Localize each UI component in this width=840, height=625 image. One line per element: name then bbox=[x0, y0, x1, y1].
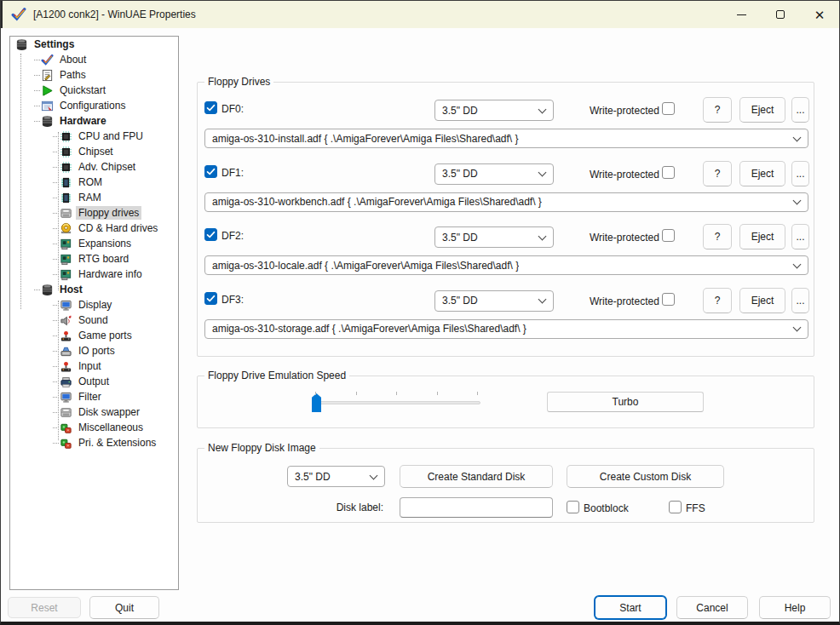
drive-help-button[interactable]: ? bbox=[703, 161, 732, 186]
tree-item-label: Chipset bbox=[76, 145, 116, 158]
drive-type-select[interactable]: 3.5" DD bbox=[434, 290, 554, 312]
write-protected-label: Write-protected bbox=[590, 169, 659, 181]
disk-label-input[interactable] bbox=[400, 497, 553, 518]
tree-item-ram[interactable]: RAM bbox=[10, 190, 178, 205]
tree-item-label: Hardware info bbox=[76, 267, 145, 281]
write-protected-label: Write-protected bbox=[590, 295, 659, 307]
disk-image-combo[interactable]: amiga-os-310-workbench.adf { .\AmigaFore… bbox=[204, 192, 808, 212]
drive-help-button[interactable]: ? bbox=[703, 97, 732, 123]
quit-button[interactable]: Quit bbox=[89, 596, 159, 619]
browse-button[interactable]: ... bbox=[791, 161, 809, 186]
chip-icon bbox=[60, 146, 72, 158]
disk-image-value: amiga-os-310-storage.adf { .\AmigaForeve… bbox=[212, 323, 526, 335]
tree-item-label: RAM bbox=[76, 191, 104, 204]
start-button[interactable]: Start bbox=[595, 596, 666, 619]
drive-enabled-checkbox[interactable] bbox=[204, 292, 217, 305]
ffs-checkbox[interactable] bbox=[669, 501, 682, 513]
eject-button[interactable]: Eject bbox=[739, 224, 785, 249]
tree-item-sound[interactable]: Sound bbox=[10, 312, 178, 328]
create-custom-disk-button[interactable]: Create Custom Disk bbox=[567, 465, 724, 488]
drive-type-select[interactable]: 3.5" DD bbox=[434, 226, 554, 248]
tree-item-cpu-and-fpu[interactable]: CPU and FPU bbox=[10, 129, 178, 144]
minimize-button[interactable] bbox=[722, 1, 761, 28]
new-disk-type-select[interactable]: 3.5" DD bbox=[287, 466, 385, 487]
drive-type-value: 3.5" DD bbox=[442, 105, 478, 117]
tree-item-disk-swapper[interactable]: Disk swapper bbox=[10, 404, 178, 420]
tree-connector bbox=[34, 106, 40, 106]
drive-type-value: 3.5" DD bbox=[442, 168, 478, 180]
drive-enabled-checkbox[interactable] bbox=[204, 165, 217, 178]
tree-item-pri-extensions[interactable]: Pri. & Extensions bbox=[10, 435, 178, 450]
slider-thumb[interactable] bbox=[312, 393, 321, 412]
monitor-icon bbox=[60, 299, 72, 312]
eject-button[interactable]: Eject bbox=[739, 161, 785, 186]
chevron-down-icon bbox=[538, 105, 547, 113]
tree-item-label: Hardware bbox=[57, 114, 109, 128]
tree-item-rom[interactable]: ROM bbox=[10, 175, 178, 190]
close-button[interactable]: ✕ bbox=[800, 1, 839, 28]
bootblock-checkbox[interactable] bbox=[567, 501, 579, 513]
tree-item-label: IO ports bbox=[76, 344, 118, 358]
disk-image-combo[interactable]: amiga-os-310-storage.adf { .\AmigaForeve… bbox=[204, 319, 808, 339]
write-protected-checkbox[interactable] bbox=[662, 166, 675, 179]
tree-item-label: Filter bbox=[76, 390, 104, 404]
tree-item-about[interactable]: About bbox=[10, 52, 178, 67]
tree-item-hardware[interactable]: Hardware bbox=[10, 113, 178, 129]
tree-item-rtg-board[interactable]: RTG board bbox=[10, 251, 178, 267]
disk-image-value: amiga-os-310-install.adf { .\AmigaForeve… bbox=[212, 133, 519, 145]
help-button[interactable]: Help bbox=[759, 596, 831, 619]
browse-button[interactable]: ... bbox=[791, 224, 809, 249]
write-protected-checkbox[interactable] bbox=[662, 229, 675, 242]
tree-item-cd-hard-drives[interactable]: CD & Hard drives bbox=[10, 221, 178, 236]
create-standard-disk-button[interactable]: Create Standard Disk bbox=[400, 465, 553, 488]
floppy-drives-group: Floppy Drives DF0: 3.5" DD Write-protect… bbox=[197, 82, 814, 357]
tree-item-label: Expansions bbox=[76, 237, 134, 250]
slider-track[interactable] bbox=[312, 401, 480, 404]
tree-item-io-ports[interactable]: IO ports bbox=[10, 343, 178, 358]
tree-item-chipset[interactable]: Chipset bbox=[10, 144, 178, 159]
tree-item-label: Game ports bbox=[76, 329, 135, 342]
tree-connector bbox=[34, 60, 40, 60]
tree-item-display[interactable]: Display bbox=[10, 297, 178, 312]
expansion-card-icon bbox=[60, 253, 72, 266]
eject-button[interactable]: Eject bbox=[739, 288, 785, 313]
tree-item-adv-chipset[interactable]: Adv. Chipset bbox=[10, 159, 178, 175]
drive-help-button[interactable]: ? bbox=[703, 288, 732, 313]
drive-enabled-checkbox[interactable] bbox=[204, 101, 217, 114]
disk-image-combo[interactable]: amiga-os-310-install.adf { .\AmigaForeve… bbox=[204, 129, 808, 148]
chevron-down-icon bbox=[538, 169, 547, 177]
expansion-card-icon bbox=[60, 238, 72, 250]
drive-enabled-checkbox[interactable] bbox=[204, 228, 217, 241]
tree-item-quickstart[interactable]: Quickstart bbox=[10, 83, 178, 98]
cancel-button[interactable]: Cancel bbox=[676, 596, 748, 619]
tree-item-miscellaneous[interactable]: Miscellaneous bbox=[10, 420, 178, 435]
tree-item-expansions[interactable]: Expansions bbox=[10, 236, 178, 251]
tree-item-settings[interactable]: Settings bbox=[10, 37, 178, 52]
tree-item-input[interactable]: Input bbox=[10, 358, 178, 374]
browse-button[interactable]: ... bbox=[791, 97, 809, 123]
tree-item-output[interactable]: Output bbox=[10, 374, 178, 389]
maximize-button[interactable] bbox=[761, 1, 800, 28]
drive-help-button[interactable]: ? bbox=[703, 224, 732, 249]
drive-type-value: 3.5" DD bbox=[442, 295, 478, 307]
drive-block: DF2: 3.5" DD Write-protected ? Eject ...… bbox=[198, 224, 815, 284]
drive-type-select[interactable]: 3.5" DD bbox=[434, 163, 554, 185]
tree-item-filter[interactable]: Filter bbox=[10, 389, 178, 404]
disk-image-combo[interactable]: amiga-os-310-locale.adf { .\AmigaForever… bbox=[204, 255, 808, 275]
eject-button[interactable]: Eject bbox=[739, 97, 785, 123]
drive-type-select[interactable]: 3.5" DD bbox=[434, 100, 554, 121]
tree-item-hardware-info[interactable]: Hardware info bbox=[10, 267, 178, 282]
reset-button[interactable]: Reset bbox=[8, 597, 81, 618]
tree-item-floppy-drives[interactable]: Floppy drives bbox=[10, 205, 178, 221]
io-ports-icon bbox=[60, 345, 72, 358]
disk-image-value: amiga-os-310-locale.adf { .\AmigaForever… bbox=[212, 260, 519, 272]
turbo-button[interactable]: Turbo bbox=[547, 392, 704, 412]
emulation-speed-slider[interactable] bbox=[312, 376, 480, 423]
tree-item-host[interactable]: Host bbox=[10, 282, 178, 297]
tree-item-game-ports[interactable]: Game ports bbox=[10, 328, 178, 343]
tree-item-configurations[interactable]: Configurations bbox=[10, 98, 178, 113]
write-protected-checkbox[interactable] bbox=[662, 293, 675, 306]
tree-item-paths[interactable]: Paths bbox=[10, 67, 178, 83]
write-protected-checkbox[interactable] bbox=[662, 102, 675, 115]
browse-button[interactable]: ... bbox=[791, 288, 809, 313]
